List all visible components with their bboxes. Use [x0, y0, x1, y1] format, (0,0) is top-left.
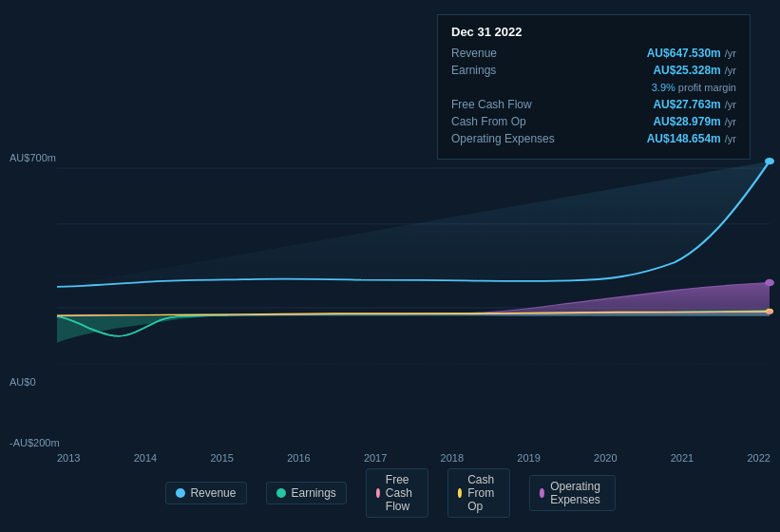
info-card: Dec 31 2022 Revenue AU$647.530m/yr Earni… [437, 14, 751, 160]
svg-point-6 [765, 158, 774, 164]
cashfromop-row: Cash From Op AU$28.979m/yr [451, 115, 736, 128]
earnings-value: AU$25.328m [653, 64, 720, 77]
chart-area [0, 147, 780, 489]
cashfromop-label: Cash From Op [451, 115, 565, 128]
x-label-2021: 2021 [671, 452, 694, 464]
earnings-dot [276, 488, 285, 498]
fcf-row: Free Cash Flow AU$27.763m/yr [451, 98, 736, 111]
profit-margin-row: 3.9% profit margin [451, 81, 736, 94]
legend-cashfromop-label: Cash From Op [467, 473, 500, 513]
chart-legend: Revenue Earnings Free Cash Flow Cash Fro… [164, 468, 615, 518]
fcf-label: Free Cash Flow [451, 98, 565, 111]
legend-opex[interactable]: Operating Expenses [529, 475, 616, 511]
revenue-row: Revenue AU$647.530m/yr [451, 47, 736, 60]
legend-revenue-label: Revenue [190, 486, 236, 500]
revenue-unit: /yr [725, 48, 736, 59]
earnings-label: Earnings [451, 64, 565, 77]
earnings-row: Earnings AU$25.328m/yr [451, 64, 736, 77]
svg-point-9 [767, 310, 772, 314]
cashfromop-value: AU$28.979m [653, 115, 720, 128]
revenue-dot [175, 488, 184, 498]
legend-earnings[interactable]: Earnings [265, 482, 346, 504]
x-label-2013: 2013 [57, 452, 80, 464]
opex-label: Operating Expenses [451, 132, 565, 145]
info-card-title: Dec 31 2022 [451, 25, 736, 39]
revenue-value: AU$647.530m [647, 47, 721, 60]
cashfromop-dot [458, 488, 462, 498]
legend-fcf[interactable]: Free Cash Flow [366, 468, 428, 518]
x-label-2014: 2014 [134, 452, 157, 464]
svg-point-7 [765, 279, 774, 286]
x-label-2017: 2017 [364, 452, 387, 464]
x-label-2022: 2022 [747, 452, 770, 464]
legend-fcf-label: Free Cash Flow [386, 473, 418, 513]
legend-revenue[interactable]: Revenue [164, 482, 246, 504]
legend-earnings-label: Earnings [291, 486, 335, 500]
fcf-value: AU$27.763m [653, 98, 720, 111]
x-label-2016: 2016 [287, 452, 310, 464]
opex-row: Operating Expenses AU$148.654m/yr [451, 132, 736, 145]
fcf-dot [376, 488, 380, 498]
profit-margin-value: 3.9% [652, 82, 675, 93]
cashfromop-unit: /yr [725, 116, 736, 127]
opex-value: AU$148.654m [647, 132, 721, 145]
earnings-unit: /yr [725, 65, 736, 76]
legend-opex-label: Operating Expenses [550, 480, 604, 506]
opex-dot [540, 488, 544, 498]
x-axis: 2013 2014 2015 2016 2017 2018 2019 2020 … [0, 452, 780, 464]
revenue-label: Revenue [451, 47, 565, 60]
legend-cashfromop[interactable]: Cash From Op [447, 468, 510, 518]
profit-margin-label: profit margin [675, 82, 736, 93]
opex-unit: /yr [725, 133, 736, 144]
x-label-2018: 2018 [441, 452, 464, 464]
x-label-2019: 2019 [517, 452, 540, 464]
fcf-unit: /yr [725, 99, 736, 110]
x-label-2020: 2020 [594, 452, 617, 464]
x-label-2015: 2015 [210, 452, 233, 464]
